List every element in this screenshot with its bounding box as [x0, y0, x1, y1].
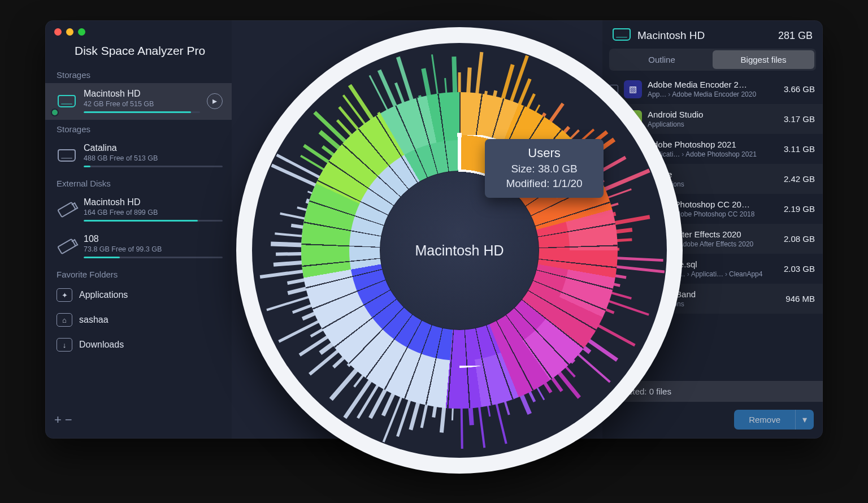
app-icon: Ae [624, 230, 642, 248]
file-row[interactable]: ★iMovieApplications2.42 GB [602, 164, 823, 194]
right-header: Macintosh HD 281 GB [602, 20, 823, 49]
right-panel: Macintosh HD 281 GB Outline Biggest file… [602, 20, 823, 439]
file-size: 2.42 GB [784, 174, 815, 184]
app-icon: ◉ [624, 110, 642, 128]
file-size: 3.17 GB [784, 114, 815, 124]
file-path: Applications [648, 120, 778, 128]
app-icon: Ps [624, 200, 642, 218]
file-path: Applic…›Adobe After Effects 2020 [648, 240, 778, 248]
folder-icon: ✦ [57, 288, 72, 302]
remove-favorite-button[interactable]: − [65, 413, 76, 427]
favorite-label: Downloads [79, 340, 124, 350]
sidebar: Disk Space Analyzer Pro StoragesMacintos… [45, 20, 232, 439]
favorite-folder[interactable]: ⌂sashaa [45, 307, 232, 332]
usb-drive-icon [57, 239, 77, 254]
favorite-label: Applications [79, 290, 128, 300]
file-path: Applicati…›Adobe Photoshop 2021 [648, 150, 778, 158]
hard-drive-icon [57, 93, 77, 109]
storage-usage-bar [84, 111, 200, 113]
storage-item[interactable]: Macintosh HD164 GB Free of 899 GB [45, 192, 232, 228]
remove-dropdown-button[interactable]: ▾ [795, 410, 814, 430]
storage-subtext: 488 GB Free of 513 GB [84, 154, 223, 162]
file-name: Adobe Media Encoder 2… [648, 80, 778, 89]
right-header-title: Macintosh HD [637, 29, 771, 42]
file-row[interactable]: ♪GarageBandApplications946 MB [602, 284, 823, 314]
app-icon: Ps [624, 140, 642, 158]
storage-usage-bar [84, 220, 223, 222]
view-tabs: Outline Biggest files [609, 49, 816, 71]
remove-button-label: Remove [734, 410, 795, 429]
file-name: Adobe Photoshop 2021 [648, 140, 778, 149]
file-checkbox[interactable] [609, 145, 618, 154]
section-label: Storages [45, 66, 232, 83]
file-list[interactable]: ▧Adobe Media Encoder 2…App…›Adobe Media … [602, 74, 823, 381]
scan-button[interactable]: ▸ [207, 93, 223, 109]
file-row[interactable]: PsAdobe Photoshop CC 20…App…›Adobe Photo… [602, 194, 823, 224]
file-name: Database.sql [648, 259, 778, 269]
right-header-size: 281 GB [778, 30, 813, 42]
close-window-button[interactable] [54, 28, 62, 36]
file-size: 2.08 GB [784, 234, 815, 244]
file-size: 3.11 GB [784, 144, 815, 154]
minimize-window-button[interactable] [66, 28, 73, 36]
remove-button[interactable]: Remove ▾ [734, 410, 814, 430]
folder-icon: ↓ [57, 338, 72, 352]
favorite-folder[interactable]: ↓Downloads [45, 332, 232, 357]
window-controls [54, 28, 85, 36]
file-checkbox[interactable] [609, 175, 618, 184]
file-name: GarageBand [648, 289, 780, 299]
app-icon: SQL [624, 260, 642, 278]
tooltip-size: Size: 38.0 GB [500, 163, 589, 175]
favorites-section-label: Favorite Folders [45, 265, 232, 283]
storage-item[interactable]: 10873.8 GB Free of 99.3 GB [45, 228, 232, 265]
file-size: 946 MB [785, 294, 815, 303]
file-row[interactable]: AeAdobe After Effects 2020Applic…›Adobe … [602, 224, 823, 254]
file-size: 3.66 GB [784, 84, 815, 94]
app-icon: ★ [624, 170, 642, 188]
app-icon: ▧ [624, 80, 642, 98]
file-name: Adobe After Effects 2020 [648, 229, 778, 239]
file-checkbox[interactable] [609, 294, 618, 303]
file-path: Applications [648, 300, 780, 308]
file-checkbox[interactable] [609, 264, 618, 274]
file-row[interactable]: ◉Android StudioApplications3.17 GB [602, 104, 823, 134]
file-row[interactable]: PsAdobe Photoshop 2021Applicati…›Adobe P… [602, 134, 823, 164]
file-checkbox[interactable] [609, 85, 618, 94]
file-path: App…›Adobe Photoshop CC 2018 [648, 210, 778, 218]
tooltip-modified: Modified: 1/1/20 [500, 177, 589, 190]
chart-area[interactable] [232, 20, 602, 439]
storage-name: Macintosh HD [84, 197, 223, 207]
section-label: External Disks [45, 174, 232, 192]
file-path: Applications [648, 180, 778, 188]
favorite-folder[interactable]: ✦Applications [45, 283, 232, 307]
maximize-window-button[interactable] [78, 28, 85, 36]
storage-subtext: 42 GB Free of 515 GB [84, 100, 200, 108]
segment-tooltip: Users Size: 38.0 GB Modified: 1/1/20 [485, 139, 604, 198]
add-favorite-button[interactable]: + [54, 413, 65, 427]
file-checkbox[interactable] [609, 115, 618, 124]
file-name: iMovie [648, 170, 778, 179]
storage-subtext: 73.8 GB Free of 99.3 GB [84, 245, 223, 253]
section-label: Storages [45, 120, 232, 137]
file-row[interactable]: ▧Adobe Media Encoder 2…App…›Adobe Media … [602, 74, 823, 104]
storage-usage-bar [84, 166, 223, 167]
file-checkbox[interactable] [609, 205, 618, 214]
storage-subtext: 164 GB Free of 899 GB [84, 209, 223, 216]
favorite-label: sashaa [79, 315, 108, 325]
file-path: Ma…›Lib…›Applicati…›CleanApp4 [648, 270, 778, 278]
file-name: Android Studio [648, 110, 778, 119]
storage-item[interactable]: Catalina488 GB Free of 513 GB [45, 137, 232, 174]
storage-name: 108 [84, 234, 223, 244]
folder-icon: ⌂ [57, 313, 72, 327]
tooltip-title: Users [500, 146, 589, 161]
sidebar-footer: +− [45, 408, 232, 432]
tab-outline[interactable]: Outline [611, 50, 713, 69]
tab-biggest-files[interactable]: Biggest files [713, 50, 814, 69]
file-row[interactable]: SQLDatabase.sqlMa…›Lib…›Applicati…›Clean… [602, 254, 823, 284]
selection-status: Selected: 0 files [602, 381, 823, 402]
storage-name: Macintosh HD [84, 89, 200, 99]
storage-item[interactable]: Macintosh HD42 GB Free of 515 GB▸ [45, 83, 232, 120]
app-window: Disk Space Analyzer Pro StoragesMacintos… [45, 20, 823, 439]
file-size: 2.19 GB [784, 204, 815, 214]
file-checkbox[interactable] [609, 235, 618, 244]
